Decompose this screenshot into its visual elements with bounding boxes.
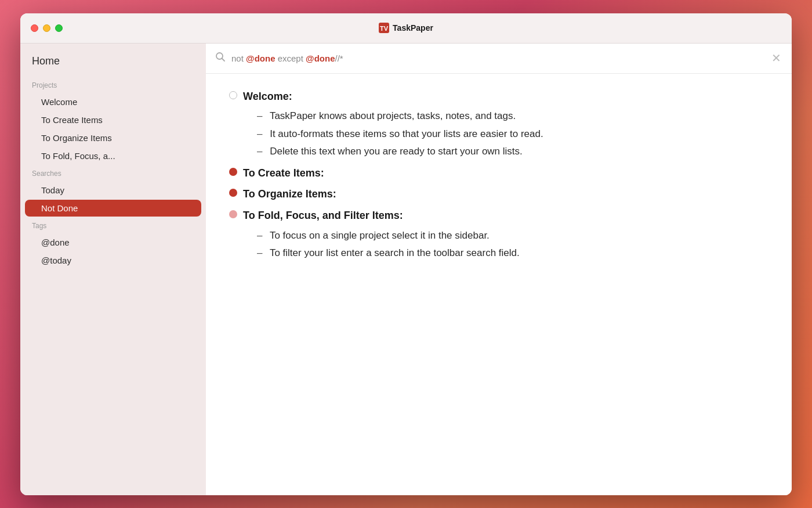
sidebar-item-not-done[interactable]: Not Done <box>25 200 201 217</box>
task-line-fold-2: – To filter your list enter a search in … <box>229 244 768 262</box>
project-bullet-fold-focus <box>229 210 237 218</box>
project-bullet-create-items <box>229 168 237 176</box>
project-bullet-organize-items <box>229 189 237 197</box>
project-create-items: To Create Items: <box>229 164 768 182</box>
minimize-button[interactable] <box>43 24 50 32</box>
sidebar-item-fold-focus[interactable]: To Fold, Focus, a... <box>25 147 201 164</box>
sidebar-item-tag-today[interactable]: @today <box>25 252 201 269</box>
project-bullet-welcome <box>229 91 237 99</box>
sidebar-item-organize-items[interactable]: To Organize Items <box>25 129 201 146</box>
sidebar-item-tag-done[interactable]: @done <box>25 234 201 251</box>
task-line-welcome-3: – Delete this text when you are ready to… <box>229 143 768 161</box>
sidebar-section-projects: Projects <box>20 77 206 93</box>
task-line-welcome-2: – It auto-formats these items so that yo… <box>229 125 768 143</box>
document-content: Welcome: – TaskPaper knows about project… <box>206 74 792 495</box>
project-fold-focus: To Fold, Focus, and Filter Items: <box>229 207 768 225</box>
svg-text:TV: TV <box>380 25 389 32</box>
search-bar: not @done except @done//* ✕ <box>206 44 792 74</box>
search-clear-button[interactable]: ✕ <box>770 50 782 66</box>
traffic-lights <box>31 24 63 32</box>
project-organize-items: To Organize Items: <box>229 185 768 203</box>
titlebar: TV TaskPaper <box>20 13 792 44</box>
sidebar-home[interactable]: Home <box>20 53 206 77</box>
project-title-create-items: To Create Items: <box>243 164 324 182</box>
sidebar-item-create-items[interactable]: To Create Items <box>25 111 201 128</box>
search-input[interactable]: not @done except @done//* <box>231 53 764 63</box>
main-layout: Home Projects Welcome To Create Items To… <box>20 44 792 495</box>
task-line-fold-1: – To focus on a single project select it… <box>229 227 768 245</box>
search-icon <box>215 52 226 65</box>
app-window: TV TaskPaper Home Projects Welcome To Cr… <box>20 13 792 495</box>
project-title-organize-items: To Organize Items: <box>243 185 336 203</box>
sidebar: Home Projects Welcome To Create Items To… <box>20 44 206 495</box>
project-welcome: Welcome: <box>229 88 768 106</box>
project-title-welcome: Welcome: <box>243 88 292 106</box>
content-area: not @done except @done//* ✕ Welcome: – T… <box>206 44 792 495</box>
window-title: TV TaskPaper <box>379 23 433 33</box>
task-line-welcome-1: – TaskPaper knows about projects, tasks,… <box>229 107 768 125</box>
close-button[interactable] <box>31 24 38 32</box>
sidebar-section-tags: Tags <box>20 217 206 233</box>
maximize-button[interactable] <box>55 24 63 32</box>
sidebar-section-searches: Searches <box>20 165 206 181</box>
sidebar-item-today[interactable]: Today <box>25 182 201 199</box>
svg-line-3 <box>222 58 225 61</box>
project-title-fold-focus: To Fold, Focus, and Filter Items: <box>243 207 403 225</box>
app-icon: TV <box>379 23 389 33</box>
sidebar-item-welcome[interactable]: Welcome <box>25 93 201 110</box>
